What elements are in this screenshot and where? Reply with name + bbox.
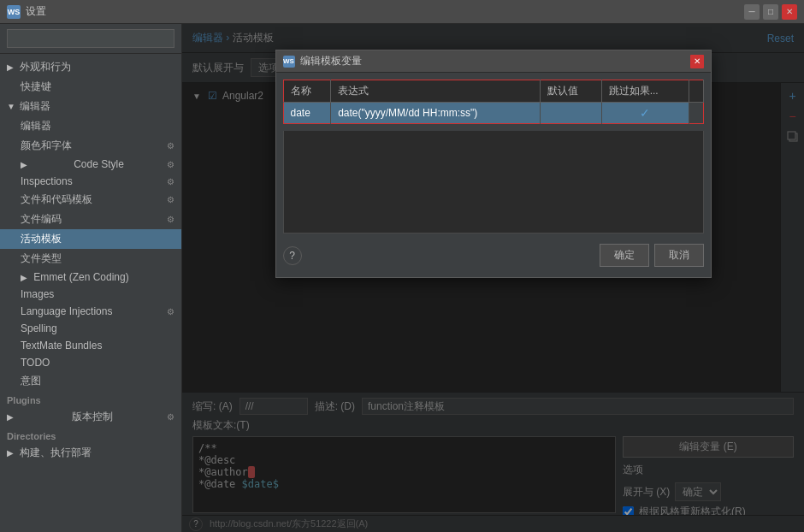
settings-icon-encoding: ⚙ (167, 215, 174, 224)
cell-skip: ✓ (601, 103, 689, 124)
directories-section-label: Directories (0, 427, 181, 443)
sidebar-item-emmet[interactable]: ▶ Emmet (Zen Coding) (0, 269, 181, 286)
expand-arrow-appearance: ▶ (7, 62, 15, 72)
sidebar-item-label: 文件编码 (21, 212, 62, 227)
sidebar-item-images[interactable]: Images (0, 286, 181, 303)
sidebar-item-code-style[interactable]: ▶ Code Style ⚙ (0, 156, 181, 173)
sidebar-item-file-encoding[interactable]: 文件编码 ⚙ (0, 210, 181, 229)
dialog-title-bar: WS 编辑模板变量 ✕ (276, 50, 711, 73)
dialog-empty-area (283, 131, 704, 233)
dialog-help-button[interactable]: ? (283, 246, 302, 265)
dialog-cancel-button[interactable]: 取消 (654, 244, 704, 267)
sidebar-item-label: TODO (21, 357, 50, 369)
sidebar-item-build-exec[interactable]: ▶ 构建、执行部署 (0, 443, 181, 463)
sidebar-item-editor-group[interactable]: ▼ 编辑器 (0, 97, 181, 116)
dialog-action-buttons: 确定 取消 (600, 244, 704, 267)
settings-icon-vcs: ⚙ (167, 412, 174, 422)
expand-arrow-codestyle: ▶ (21, 160, 29, 169)
dialog-content: 名称 表达式 默认值 跳过如果... date date("yyyy/MM/dd… (276, 73, 711, 277)
sidebar-item-label: 意图 (21, 375, 41, 387)
dialog-app-icon: WS (283, 56, 295, 68)
sidebar-item-label: 外观和行为 (20, 61, 71, 73)
dialog-close-button[interactable]: ✕ (690, 55, 704, 68)
col-header-name: 名称 (283, 80, 331, 103)
plugins-section-label: Plugins (0, 391, 181, 407)
title-bar: WS 设置 ─ □ ✕ (0, 0, 804, 24)
search-box (0, 24, 181, 54)
sidebar-item-label: 构建、执行部署 (20, 446, 92, 458)
dialog-ok-button[interactable]: 确定 (600, 244, 649, 267)
sidebar-item-label: 活动模板 (21, 233, 62, 245)
settings-icon-li: ⚙ (167, 307, 174, 316)
col-header-default: 默认值 (540, 80, 601, 103)
table-row[interactable]: date date("yyyy/MM/dd HH:mm:ss") ✓ (283, 103, 703, 124)
main-layout: ▶ 外观和行为 快捷键 ▼ 编辑器 编辑器 颜色和字体 ⚙ ▶ Code Sty… (0, 24, 804, 532)
sidebar-item-file-types[interactable]: 文件类型 (0, 249, 181, 269)
cell-expression: date("yyyy/MM/dd HH:mm:ss") (331, 103, 541, 124)
settings-icon-inspections: ⚙ (167, 177, 174, 186)
dialog-footer: ? 确定 取消 (283, 240, 704, 270)
sidebar-item-live-templates[interactable]: 活动模板 (0, 229, 181, 249)
window-title: 设置 (26, 4, 46, 19)
dialog-title-left: WS 编辑模板变量 (283, 54, 362, 68)
sidebar-tree: ▶ 外观和行为 快捷键 ▼ 编辑器 编辑器 颜色和字体 ⚙ ▶ Code Sty… (0, 54, 181, 532)
variables-table: 名称 表达式 默认值 跳过如果... date date("yyyy/MM/dd… (283, 80, 704, 124)
sidebar-item-label: Emmet (Zen Coding) (33, 271, 128, 283)
edit-variables-dialog: WS 编辑模板变量 ✕ 名称 表达式 默认值 跳过如果... (275, 50, 712, 278)
sidebar-item-label: 文件类型 (21, 252, 62, 264)
cell-default (540, 103, 601, 124)
sidebar-item-appearance[interactable]: ▶ 外观和行为 (0, 57, 181, 77)
sidebar-item-todo[interactable]: TODO (0, 354, 181, 371)
app-icon: WS (7, 5, 21, 19)
sidebar-item-label: 编辑器 (21, 120, 51, 132)
sidebar-item-label: Code Style (74, 158, 124, 170)
sidebar: ▶ 外观和行为 快捷键 ▼ 编辑器 编辑器 颜色和字体 ⚙ ▶ Code Sty… (0, 24, 182, 532)
col-header-expression: 表达式 (331, 80, 541, 103)
sidebar-item-label: Images (21, 288, 54, 300)
sidebar-item-label: Language Injections (21, 305, 112, 317)
close-button[interactable]: ✕ (782, 4, 797, 20)
sidebar-item-textmate[interactable]: TextMate Bundles (0, 337, 181, 354)
sidebar-item-vcs[interactable]: ▶ 版本控制 ⚙ (0, 407, 181, 427)
sidebar-item-editor[interactable]: 编辑器 (0, 116, 181, 136)
settings-icon-codestyle: ⚙ (167, 160, 174, 169)
col-header-scroll (689, 80, 703, 103)
check-icon: ✓ (640, 106, 650, 120)
sidebar-item-label: 版本控制 (72, 410, 113, 424)
sidebar-item-label: 编辑器 (20, 100, 50, 112)
sidebar-item-label: 快捷键 (21, 80, 51, 92)
expand-arrow-vcs: ▶ (7, 412, 15, 422)
title-bar-left: WS 设置 (7, 4, 46, 19)
sidebar-item-language-injections[interactable]: Language Injections ⚙ (0, 303, 181, 320)
expand-arrow-editor: ▼ (7, 102, 15, 111)
maximize-button[interactable]: □ (763, 4, 778, 20)
settings-icon: ⚙ (167, 141, 174, 151)
sidebar-item-label: Spelling (21, 322, 57, 334)
content-area: 编辑器 › 活动模板 Reset 默认展开与 选项卡 ▼ ▼ ☑ Angular… (182, 24, 804, 532)
sidebar-item-label: TextMate Bundles (21, 340, 102, 352)
sidebar-item-colors[interactable]: 颜色和字体 ⚙ (0, 136, 181, 156)
sidebar-item-label: Inspections (21, 175, 73, 187)
settings-icon-fct: ⚙ (167, 195, 174, 204)
expand-arrow-build: ▶ (7, 448, 15, 458)
sidebar-item-label: 颜色和字体 (21, 139, 72, 153)
table-header-row: 名称 表达式 默认值 跳过如果... (283, 80, 703, 103)
minimize-button[interactable]: ─ (744, 4, 760, 20)
col-header-skip: 跳过如果... (601, 80, 689, 103)
title-bar-controls: ─ □ ✕ (744, 4, 797, 20)
sidebar-item-label: 文件和代码模板 (21, 192, 92, 207)
sidebar-item-shortcuts[interactable]: 快捷键 (0, 77, 181, 97)
dialog-title-text: 编辑模板变量 (300, 54, 362, 68)
cell-name: date (283, 103, 331, 124)
expand-arrow-emmet: ▶ (21, 273, 29, 282)
dialog-overlay: WS 编辑模板变量 ✕ 名称 表达式 默认值 跳过如果... (182, 24, 804, 532)
sidebar-item-inspections[interactable]: Inspections ⚙ (0, 173, 181, 190)
sidebar-item-file-code-templates[interactable]: 文件和代码模板 ⚙ (0, 190, 181, 210)
search-input[interactable] (7, 29, 174, 48)
sidebar-item-ideas[interactable]: 意图 (0, 371, 181, 391)
sidebar-item-spelling[interactable]: Spelling (0, 320, 181, 337)
